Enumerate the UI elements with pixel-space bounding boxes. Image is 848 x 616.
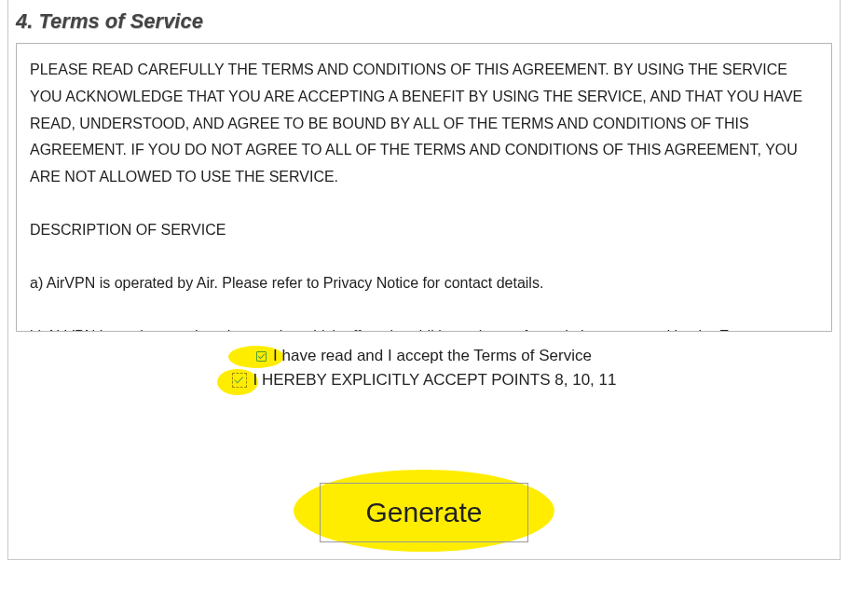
button-area: Generate xyxy=(16,483,832,542)
terms-panel: 4. Terms of Service PLEASE READ CAREFULL… xyxy=(7,0,841,560)
tos-paragraph: DESCRIPTION OF SERVICE xyxy=(30,217,818,244)
tos-paragraph: a) AirVPN is operated by Air. Please ref… xyxy=(30,270,818,297)
generate-button[interactable]: Generate xyxy=(320,483,527,542)
checkbox-area: I have read and I accept the Terms of Se… xyxy=(16,345,832,390)
section-title: 4. Terms of Service xyxy=(16,9,832,34)
accept-tos-label: I have read and I accept the Terms of Se… xyxy=(273,347,592,365)
tos-paragraph: b) AirVPN is a privacy enhancing service… xyxy=(30,323,818,332)
accept-tos-checkbox[interactable] xyxy=(256,351,267,362)
tos-paragraph: PLEASE READ CAREFULLY THE TERMS AND COND… xyxy=(30,57,818,191)
accept-points-checkbox[interactable] xyxy=(232,373,247,388)
accept-points-label: I HEREBY EXPLICITLY ACCEPT POINTS 8, 10,… xyxy=(253,371,617,390)
tos-textbox[interactable]: PLEASE READ CAREFULLY THE TERMS AND COND… xyxy=(16,43,832,332)
